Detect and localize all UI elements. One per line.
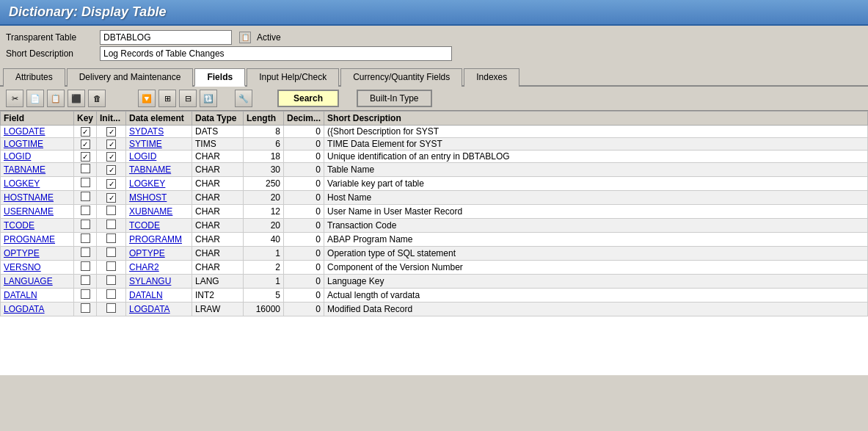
field-link[interactable]: OPTYPE bbox=[4, 248, 40, 258]
short-desc-cell: Host Name bbox=[324, 191, 868, 205]
cut-button[interactable]: ✂ bbox=[6, 90, 23, 107]
decim-cell: 0 bbox=[284, 138, 324, 151]
length-cell: 1 bbox=[244, 275, 284, 289]
table-row: VERSNOCHAR2CHAR20Component of the Versio… bbox=[1, 261, 868, 275]
desc-input[interactable] bbox=[100, 46, 452, 61]
tab-attributes[interactable]: Attributes bbox=[3, 68, 65, 87]
field-link[interactable]: LOGTIME bbox=[4, 139, 43, 149]
length-cell: 30 bbox=[244, 163, 284, 177]
data-element-link[interactable]: TABNAME bbox=[129, 164, 171, 175]
field-link[interactable]: PROGNAME bbox=[4, 234, 55, 245]
tab-fields[interactable]: Fields bbox=[194, 68, 245, 87]
hierarchy-button[interactable]: ⊟ bbox=[179, 90, 197, 107]
predefined-button[interactable]: 🔧 bbox=[235, 90, 252, 107]
data-element-link[interactable]: SYTIME bbox=[129, 139, 162, 149]
init-checkbox bbox=[106, 289, 116, 299]
col-header-short: Short Description bbox=[324, 112, 868, 126]
table-row: DATALNDATALNINT250Actual length of varda… bbox=[1, 289, 868, 303]
init-checkbox bbox=[106, 220, 116, 229]
field-link[interactable]: LANGUAGE bbox=[4, 276, 53, 286]
short-desc-cell: Operation type of SQL statement bbox=[324, 247, 868, 261]
sort-button[interactable]: 🔃 bbox=[200, 90, 217, 107]
tab-delivery[interactable]: Delivery and Maintenance bbox=[67, 68, 194, 87]
decim-cell: 0 bbox=[284, 275, 324, 289]
data-type-cell: DATS bbox=[192, 126, 244, 138]
key-cell bbox=[74, 219, 97, 233]
builtin-type-button[interactable]: Built-In Type bbox=[357, 90, 431, 107]
table-row: LOGIDLOGIDCHAR180Unique identification o… bbox=[1, 151, 868, 163]
key-cell bbox=[74, 151, 97, 163]
key-checkbox bbox=[81, 206, 90, 215]
short-desc-cell: Language Key bbox=[324, 275, 868, 289]
paste-button[interactable]: 📋 bbox=[47, 90, 65, 107]
data-element-link[interactable]: SYDATS bbox=[129, 126, 164, 137]
table-row: OPTYPEOPTYPECHAR10Operation type of SQL … bbox=[1, 247, 868, 261]
filter-button[interactable]: 🔽 bbox=[138, 90, 156, 107]
col-header-dataelement: Data element bbox=[126, 112, 192, 126]
table-row: LOGDATESYDATSDATS80({Short Description f… bbox=[1, 126, 868, 138]
short-desc-cell: User Name in User Master Record bbox=[324, 205, 868, 219]
data-element-link[interactable]: TCODE bbox=[129, 220, 160, 231]
data-type-cell: LRAW bbox=[192, 303, 244, 316]
data-type-cell: TIMS bbox=[192, 138, 244, 151]
tab-currency[interactable]: Currency/Quantity Fields bbox=[340, 68, 462, 87]
key-checkbox bbox=[81, 247, 90, 257]
field-link[interactable]: VERSNO bbox=[4, 262, 41, 272]
data-element-link[interactable]: DATALN bbox=[129, 290, 163, 300]
decim-cell: 0 bbox=[284, 126, 324, 138]
short-desc-cell: Variable key part of table bbox=[324, 177, 868, 191]
key-checkbox bbox=[81, 140, 90, 149]
data-type-cell: CHAR bbox=[192, 233, 244, 247]
decim-cell: 0 bbox=[284, 289, 324, 303]
data-element-link[interactable]: MSHOST bbox=[129, 192, 167, 203]
field-link[interactable]: LOGID bbox=[4, 151, 31, 162]
field-link[interactable]: DATALN bbox=[4, 290, 37, 300]
copy-icon[interactable]: 📋 bbox=[239, 32, 251, 43]
table-input[interactable] bbox=[100, 30, 232, 45]
key-checkbox bbox=[81, 164, 90, 173]
tab-indexes[interactable]: Indexes bbox=[464, 68, 519, 87]
col-header-init: Init... bbox=[97, 112, 126, 126]
data-element-link[interactable]: LOGDATA bbox=[129, 304, 170, 314]
data-element-link[interactable]: PROGRAMM bbox=[129, 234, 182, 245]
init-cell bbox=[97, 163, 126, 177]
copy-button[interactable]: 📄 bbox=[26, 90, 44, 107]
table-row: USERNAMEXUBNAMECHAR120User Name in User … bbox=[1, 205, 868, 219]
init-cell bbox=[97, 177, 126, 191]
short-desc-cell: Transaction Code bbox=[324, 219, 868, 233]
key-cell bbox=[74, 126, 97, 138]
key-cell bbox=[74, 177, 97, 191]
search-button[interactable]: Search bbox=[277, 90, 339, 107]
col-header-length: Length bbox=[244, 112, 284, 126]
field-link[interactable]: HOSTNAME bbox=[4, 192, 54, 203]
table-row: TABNAMETABNAMECHAR300Table Name bbox=[1, 163, 868, 177]
length-cell: 40 bbox=[244, 233, 284, 247]
field-link[interactable]: LOGDATA bbox=[4, 304, 45, 314]
key-checkbox bbox=[81, 220, 90, 229]
table-row: LANGUAGESYLANGULANG10Language Key bbox=[1, 275, 868, 289]
field-link[interactable]: USERNAME bbox=[4, 206, 54, 217]
data-element-link[interactable]: LOGID bbox=[129, 151, 156, 162]
key-checkbox bbox=[81, 127, 90, 137]
key-cell bbox=[74, 247, 97, 261]
field-link[interactable]: LOGDATE bbox=[4, 126, 45, 137]
title-bar: Dictionary: Display Table bbox=[0, 0, 868, 26]
table-wrapper: Field Key Init... Data element Data Type… bbox=[0, 111, 868, 375]
data-element-link[interactable]: CHAR2 bbox=[129, 262, 159, 272]
field-link[interactable]: TABNAME bbox=[4, 164, 45, 175]
col-header-datatype: Data Type bbox=[192, 112, 244, 126]
tab-inputhelp[interactable]: Input Help/Check bbox=[247, 68, 339, 87]
insert-button[interactable]: ⬛ bbox=[68, 90, 85, 107]
data-element-link[interactable]: XUBNAME bbox=[129, 206, 172, 217]
data-element-link[interactable]: OPTYPE bbox=[129, 248, 165, 258]
delete-button[interactable]: 🗑 bbox=[88, 90, 106, 107]
field-link[interactable]: LOGKEY bbox=[4, 178, 40, 189]
data-element-link[interactable]: LOGKEY bbox=[129, 178, 165, 189]
table-view-button[interactable]: ⊞ bbox=[158, 90, 176, 107]
field-link[interactable]: TCODE bbox=[4, 220, 34, 231]
data-type-cell: INT2 bbox=[192, 289, 244, 303]
data-element-link[interactable]: SYLANGU bbox=[129, 276, 171, 286]
init-cell bbox=[97, 247, 126, 261]
short-desc-cell: Unique identification of an entry in DBT… bbox=[324, 151, 868, 163]
col-header-key: Key bbox=[74, 112, 97, 126]
